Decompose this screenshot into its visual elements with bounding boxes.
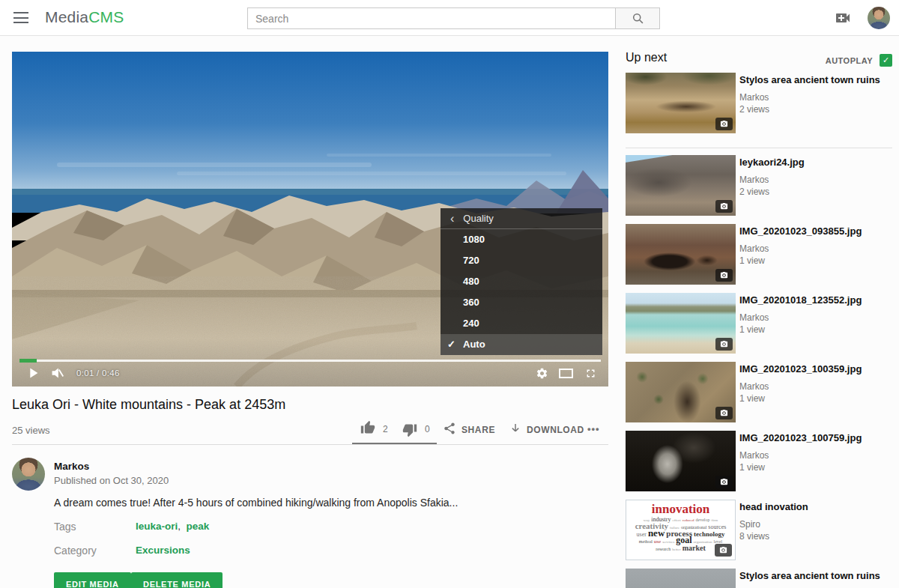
media-type-badge <box>715 200 733 213</box>
back-chevron-icon: ‹ <box>450 213 454 225</box>
tag-separator: , <box>178 521 181 532</box>
upnext-item[interactable]: Stylos area ancient town ruins Markos 2 … <box>626 73 892 142</box>
upnext-item-title[interactable]: IMG_20201023_100759.jpg <box>739 432 891 444</box>
quality-option-720[interactable]: 720 <box>441 250 602 271</box>
upnext-thumbnail[interactable] <box>626 362 736 422</box>
edit-media-button[interactable]: EDIT MEDIA <box>54 572 131 588</box>
menu-icon[interactable] <box>13 12 28 24</box>
published-date: Published on Oct 30, 2020 <box>54 475 169 486</box>
upnext-item-title[interactable]: Stylos area ancient town ruins <box>739 74 891 86</box>
like-count: 2 <box>383 424 388 434</box>
fullscreen-button[interactable] <box>581 364 599 382</box>
upnext-thumbnail[interactable] <box>626 293 736 354</box>
upnext-item-views: 1 view <box>739 324 765 335</box>
author-avatar[interactable] <box>12 458 45 491</box>
upnext-thumbnail[interactable] <box>626 431 736 491</box>
settings-button[interactable] <box>533 364 551 382</box>
author-name[interactable]: Markos <box>54 461 89 472</box>
thumb-down-icon <box>402 422 417 437</box>
like-button[interactable] <box>360 420 375 438</box>
tags-value: leuka-ori, peak <box>136 521 209 532</box>
tag-link-leuka-ori[interactable]: leuka-ori <box>136 521 178 532</box>
tag-link-peak[interactable]: peak <box>187 521 210 532</box>
section-divider <box>12 444 608 445</box>
gear-icon <box>536 367 548 380</box>
share-label[interactable]: SHARE <box>461 425 495 435</box>
upnext-sidebar: Up next AUTOPLAY ✓ Stylos area ancient t… <box>626 46 892 588</box>
camera-icon <box>720 409 728 417</box>
upnext-thumbnail[interactable] <box>626 224 736 285</box>
delete-media-button[interactable]: DELETE MEDIA <box>131 572 223 588</box>
upnext-item-views: 2 views <box>739 187 769 197</box>
quality-option-auto[interactable]: ✓ Auto <box>441 334 602 355</box>
quality-option-1080[interactable]: 1080 <box>441 229 602 250</box>
theater-mode-button[interactable] <box>557 364 575 382</box>
upnext-divider <box>626 148 892 148</box>
media-description: A dream comes true! After 4-5 hours of c… <box>54 497 533 509</box>
logo[interactable]: MediaCMS <box>45 8 124 26</box>
volume-muted-icon <box>49 365 65 381</box>
quality-option-480[interactable]: 480 <box>441 271 602 292</box>
search-input[interactable] <box>247 7 616 29</box>
thumb-up-icon <box>360 420 375 435</box>
fullscreen-icon <box>584 367 597 380</box>
media-type-badge <box>715 407 733 419</box>
video-player[interactable]: ‹ Quality 1080 720 480 360 240 ✓ Auto <box>12 52 608 387</box>
media-type-badge <box>715 544 732 557</box>
progress-played[interactable] <box>19 359 37 363</box>
upnext-item[interactable]: innovationwayindustryeffectreduceddevelo… <box>626 500 892 569</box>
upnext-thumbnail[interactable] <box>626 569 736 588</box>
download-button[interactable] <box>509 422 522 438</box>
more-actions-button[interactable]: ••• <box>587 423 600 434</box>
autoplay-toggle[interactable]: AUTOPLAY ✓ <box>826 54 892 67</box>
dislike-button[interactable] <box>402 422 417 440</box>
search-icon <box>632 12 644 25</box>
upnext-item-title[interactable]: head inovation <box>739 501 891 513</box>
upnext-item-title[interactable]: IMG_20201023_093855.jpg <box>739 225 891 237</box>
upnext-item-title[interactable]: leykaori24.jpg <box>739 157 891 169</box>
upnext-thumbnail[interactable] <box>626 155 736 216</box>
upnext-item-views: 1 view <box>739 255 765 266</box>
search-button[interactable] <box>615 7 660 29</box>
upnext-item-views: 2 views <box>739 104 769 115</box>
progress-bar[interactable] <box>19 360 601 362</box>
views-count: 25 views <box>12 425 50 436</box>
mute-button[interactable] <box>48 364 66 382</box>
upnext-item-title[interactable]: IMG_20201018_123552.jpg <box>739 294 891 306</box>
logo-cms: CMS <box>88 8 124 25</box>
camera-icon <box>720 340 728 348</box>
upload-media-button[interactable] <box>834 9 852 27</box>
quality-option-360[interactable]: 360 <box>441 292 602 313</box>
download-icon <box>509 422 522 435</box>
upnext-item-title[interactable]: IMG_20201023_100359.jpg <box>739 363 891 375</box>
share-button[interactable] <box>443 422 456 438</box>
upnext-thumbnail[interactable] <box>626 73 736 133</box>
upnext-thumbnail[interactable]: innovationwayindustryeffectreduceddevelo… <box>626 500 736 560</box>
page: MediaCMS <box>0 0 899 588</box>
tags-label: Tags <box>54 521 76 533</box>
category-link-excursions[interactable]: Excursions <box>136 545 190 556</box>
upnext-item[interactable]: IMG_20201018_123552.jpg Markos 1 view <box>626 293 892 362</box>
upnext-item[interactable]: Stylos area ancient town ruins <box>626 569 892 588</box>
download-label[interactable]: DOWNLOAD <box>527 425 584 435</box>
video-upload-icon <box>834 9 852 27</box>
upnext-item[interactable]: leykaori24.jpg Markos 2 views <box>626 155 892 224</box>
media-type-badge <box>715 476 733 488</box>
autoplay-checkbox[interactable]: ✓ <box>880 54 892 67</box>
upnext-item[interactable]: IMG_20201023_100759.jpg Markos 1 view <box>626 431 892 500</box>
play-button[interactable] <box>24 364 42 382</box>
quality-option-auto-label: Auto <box>463 339 485 350</box>
share-icon <box>443 422 456 435</box>
upnext-item[interactable]: IMG_20201023_093855.jpg Markos 1 view <box>626 224 892 293</box>
upnext-item-views: 8 views <box>739 531 769 542</box>
upnext-item-title[interactable]: Stylos area ancient town ruins <box>739 570 891 582</box>
upnext-item-author: Spiro <box>739 519 760 530</box>
quality-option-240[interactable]: 240 <box>441 313 602 334</box>
media-type-badge <box>715 338 733 351</box>
media-type-badge <box>715 269 733 282</box>
upnext-item-author: Markos <box>739 243 769 254</box>
user-avatar[interactable] <box>868 7 890 29</box>
quality-menu-back[interactable]: ‹ Quality <box>441 208 602 229</box>
upnext-item-author: Markos <box>739 92 769 103</box>
upnext-item[interactable]: IMG_20201023_100359.jpg Markos 1 view <box>626 362 892 431</box>
